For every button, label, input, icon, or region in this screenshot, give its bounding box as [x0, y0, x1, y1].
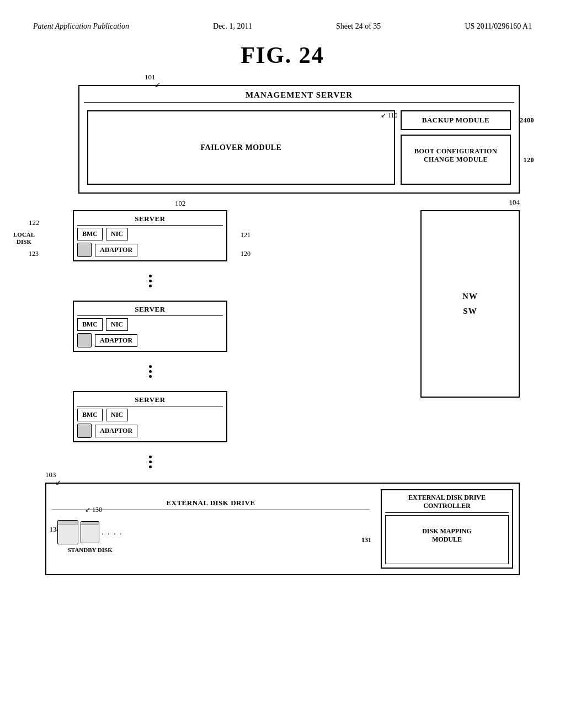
server-row1-1: BMC NIC	[77, 228, 223, 240]
nw-label: NW	[462, 292, 478, 301]
bmc-3: BMC	[77, 409, 103, 421]
disk-mapping-box: DISK MAPPING MODULE 131	[385, 515, 509, 564]
nwsw-section: 104 NW SW	[227, 210, 520, 472]
adaptor-1: ADAPTOR	[95, 244, 137, 256]
standby-disk-label: STANDBY DISK	[68, 547, 113, 554]
failover-module-box: FAILOVER MODULE	[87, 110, 395, 185]
disk-cylinder-2	[81, 521, 99, 543]
mgmt-server-title: MANAGEMENT SERVER	[84, 90, 514, 103]
ext-disk-left: EXTERNAL DISK DRIVE ↙ 130 134	[52, 499, 370, 559]
server-row2-2: ADAPTOR	[77, 333, 223, 347]
server-box-1: SERVER BMC NIC ADAPTOR 121 120	[73, 210, 227, 261]
label-130: ↙ 130	[85, 506, 102, 514]
mgmt-server-container: 101 ↙ MANAGEMENT SERVER FAILOVER MODULE …	[78, 85, 520, 194]
external-disk-box: EXTERNAL DISK DRIVE ↙ 130 134	[45, 483, 520, 575]
backup-module-box: BACKUP MODULE 2400	[401, 110, 511, 130]
server-row2-3: ADAPTOR	[77, 424, 223, 438]
dots-3	[73, 452, 227, 472]
label-101: 101	[145, 73, 156, 82]
label-110-ref: ↙ 110	[381, 111, 398, 120]
server-title-1: SERVER	[77, 215, 223, 226]
disk-icon-3	[77, 424, 92, 438]
disk-icon-1	[77, 243, 92, 257]
header-patent: US 2011/0296160 A1	[465, 22, 532, 31]
nic-1: NIC	[106, 228, 128, 240]
failover-module-label: FAILOVER MODULE	[201, 143, 282, 152]
disk-group: . . . . STANDBY DISK	[57, 520, 123, 554]
disk-mapping-label: DISK MAPPING MODULE	[422, 527, 472, 543]
main-diagram: 101 ↙ MANAGEMENT SERVER FAILOVER MODULE …	[45, 85, 520, 575]
arrow-103: ↙	[55, 478, 61, 487]
server-title-2: SERVER	[77, 305, 223, 316]
bottom-section: 103 ↙ EXTERNAL DISK DRIVE ↙ 130 134	[45, 483, 520, 575]
boot-config-box: BOOT CONFIGURATION CHANGE MODULE 120	[401, 135, 511, 185]
adaptor-3: ADAPTOR	[95, 425, 137, 437]
dots-1	[73, 271, 227, 291]
nic-3: NIC	[106, 409, 128, 421]
ext-controller-title: EXTERNAL DISK DRIVE CONTROLLER	[385, 494, 509, 513]
disk-dots: . . . .	[102, 528, 123, 537]
bmc-2: BMC	[77, 318, 103, 331]
servers-column: 102 SERVER BMC NIC ADAPTOR 121	[73, 210, 227, 472]
label-102: 102	[175, 199, 186, 208]
mgmt-inner: FAILOVER MODULE ↙ 110 BACKUP MODULE 2400…	[84, 107, 514, 188]
nwsw-box: NW SW	[420, 210, 520, 398]
label-120-right: 120	[524, 156, 535, 164]
mgmt-server-box: MANAGEMENT SERVER FAILOVER MODULE ↙ 110 …	[78, 85, 520, 194]
right-modules: ↙ 110 BACKUP MODULE 2400 BOOT CONFIGURAT…	[401, 110, 511, 185]
disk-row: . . . .	[57, 520, 123, 544]
server-row1-2: BMC NIC	[77, 318, 223, 331]
ext-disk-right: EXTERNAL DISK DRIVE CONTROLLER DISK MAPP…	[381, 489, 513, 569]
server-box-3: SERVER BMC NIC ADAPTOR	[73, 391, 227, 442]
adaptor-2: ADAPTOR	[95, 334, 137, 347]
figure-title: FIG. 24	[33, 42, 532, 68]
server-box-2: SERVER BMC NIC ADAPTOR	[73, 301, 227, 352]
boot-config-label: BOOT CONFIGURATION CHANGE MODULE	[414, 147, 497, 163]
standby-area: ↙ 130 134	[52, 515, 370, 559]
backup-module-label: BACKUP MODULE	[422, 116, 489, 124]
sw-label: SW	[463, 307, 477, 316]
server-row2-1: ADAPTOR	[77, 243, 223, 257]
server-title-3: SERVER	[77, 395, 223, 406]
label-131: 131	[361, 536, 371, 544]
label-2400: 2400	[520, 116, 534, 125]
label-123: 123	[29, 250, 39, 258]
nic-2: NIC	[106, 318, 128, 331]
header-sheet: Sheet 24 of 35	[336, 22, 381, 31]
header-date: Dec. 1, 2011	[213, 22, 252, 31]
label-local-disk: LOCALDISK	[13, 231, 35, 245]
bmc-1: BMC	[77, 228, 103, 240]
ext-controller-box: EXTERNAL DISK DRIVE CONTROLLER DISK MAPP…	[381, 489, 513, 569]
disk-cylinder-1	[57, 520, 78, 544]
dots-2	[73, 362, 227, 381]
disk-icon-2	[77, 333, 92, 347]
patent-page: Patent Application Publication Dec. 1, 2…	[0, 0, 565, 728]
middle-section: 122 LOCALDISK 123 102 SERVER BMC NIC	[45, 210, 520, 472]
server-row1-3: BMC NIC	[77, 409, 223, 421]
label-104: 104	[509, 198, 520, 207]
page-header: Patent Application Publication Dec. 1, 2…	[33, 22, 532, 31]
label-122: 122	[29, 218, 40, 227]
label-103: 103	[45, 470, 56, 479]
header-publication: Patent Application Publication	[33, 22, 129, 31]
